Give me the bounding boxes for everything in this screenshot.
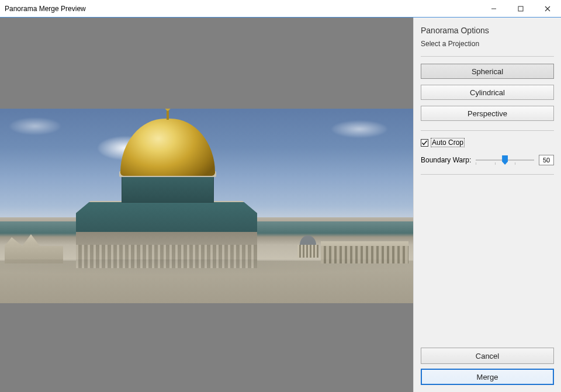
sky-cloud <box>321 117 397 141</box>
autocrop-label[interactable]: Auto Crop <box>431 138 465 147</box>
check-icon <box>421 140 428 146</box>
divider <box>421 130 554 131</box>
autocrop-checkbox[interactable] <box>421 139 428 147</box>
boundary-warp-row: Boundary Warp: 50 <box>421 154 554 166</box>
spacer <box>421 182 554 343</box>
merge-button[interactable]: Merge <box>421 369 554 385</box>
titlebar: Panorama Merge Preview <box>0 0 561 18</box>
close-button[interactable] <box>534 0 561 17</box>
minimize-button[interactable] <box>480 0 507 17</box>
dome-finial <box>167 109 169 120</box>
panorama-preview[interactable] <box>0 18 413 392</box>
small-dome <box>300 235 316 245</box>
panorama-image <box>0 109 413 303</box>
divider <box>421 174 554 175</box>
boundary-warp-slider[interactable] <box>476 154 534 166</box>
projection-cylindrical-button[interactable]: Cylindrical <box>421 85 554 100</box>
divider <box>421 56 554 57</box>
boundary-warp-value[interactable]: 50 <box>539 155 554 165</box>
maximize-button[interactable] <box>507 0 534 17</box>
window-controls <box>480 0 561 17</box>
projection-label: Select a Projection <box>421 40 554 48</box>
content: Panorama Options Select a Projection Sph… <box>0 18 561 392</box>
sky-cloud <box>0 115 70 138</box>
boundary-warp-label: Boundary Warp: <box>421 156 471 164</box>
projection-perspective-button[interactable]: Perspective <box>421 106 554 121</box>
dome-drum <box>122 176 214 203</box>
svg-rect-1 <box>518 6 523 11</box>
projection-spherical-button[interactable]: Spherical <box>421 64 554 79</box>
cancel-button[interactable]: Cancel <box>421 348 554 364</box>
options-panel: Panorama Options Select a Projection Sph… <box>413 18 561 392</box>
autocrop-row: Auto Crop <box>421 138 554 147</box>
window-title: Panorama Merge Preview <box>0 5 480 13</box>
plaza <box>0 259 413 303</box>
panel-heading: Panorama Options <box>421 26 554 35</box>
